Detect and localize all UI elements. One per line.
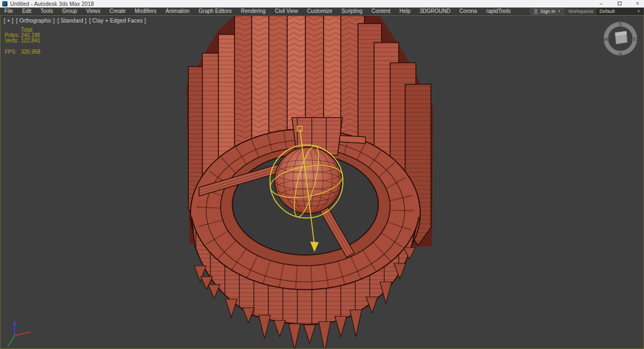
workspace-caret-icon: ▼ xyxy=(637,10,640,13)
menu-file[interactable]: File xyxy=(4,8,13,14)
compass-east[interactable]: E xyxy=(633,37,636,42)
menu-scripting[interactable]: Scripting xyxy=(341,8,362,14)
viewport-label: [ + ] [ Orthographic ] [ Standard ] [ Cl… xyxy=(4,18,147,24)
menu-content[interactable]: Content xyxy=(371,8,390,14)
menu-animation[interactable]: Animation xyxy=(166,8,189,14)
menu-corona[interactable]: Corona xyxy=(459,8,477,14)
menu-create[interactable]: Create xyxy=(109,8,126,14)
maximize-icon[interactable] xyxy=(616,0,623,8)
app-icon xyxy=(2,1,8,6)
viewcube[interactable]: S E N W xyxy=(601,19,640,59)
menu-help[interactable]: Help xyxy=(399,8,411,14)
viewport[interactable]: [ + ] [ Orthographic ] [ Standard ] [ Cl… xyxy=(0,15,644,349)
window-titlebar: Untitled - Autodesk 3ds Max 2018 – × xyxy=(0,0,644,8)
sign-in-caret-icon: ▼ xyxy=(558,10,561,13)
sign-in-button[interactable]: Sign In ▼ xyxy=(530,8,564,14)
workspace-dropdown[interactable]: Default ▼ xyxy=(597,8,643,14)
viewport-menu-general[interactable]: [ + ] xyxy=(4,18,13,24)
close-icon[interactable]: × xyxy=(634,0,641,8)
viewport-menu-style[interactable]: [ Standard ] xyxy=(57,18,86,24)
sign-in-label: Sign In xyxy=(540,9,555,14)
stats-fps-value: 326,958 xyxy=(21,49,40,55)
person-icon xyxy=(533,9,538,14)
menu-tools[interactable]: Tools xyxy=(40,8,53,14)
compass-south[interactable]: S xyxy=(619,21,622,27)
menu-3dground[interactable]: 3DGROUND xyxy=(420,8,450,14)
menu-customize[interactable]: Customize xyxy=(307,8,332,14)
menu-modifiers[interactable]: Modifiers xyxy=(135,8,157,14)
compass-north[interactable]: N xyxy=(619,52,623,57)
stats-verts-value: 122,841 xyxy=(21,38,40,43)
workspaces-label: Workspaces: xyxy=(568,9,595,14)
menu-graph-editors[interactable]: Graph Editors xyxy=(199,8,232,14)
compass-west[interactable]: W xyxy=(604,37,609,42)
viewport-menu-pov[interactable]: [ Orthographic ] xyxy=(16,18,55,24)
menu-rendering[interactable]: Rendering xyxy=(241,8,266,14)
menu-rapidtools[interactable]: rapidTools xyxy=(486,8,511,14)
viewport-menu-shading[interactable]: [ Clay + Edged Faces ] xyxy=(89,18,146,24)
scene-3d-model[interactable] xyxy=(1,16,643,348)
world-axis-tripod xyxy=(3,319,37,348)
menu-civil-view[interactable]: Civil View xyxy=(275,8,298,14)
minimize-icon[interactable]: – xyxy=(598,0,604,8)
stats-fps-label: FPS: xyxy=(5,49,21,55)
menu-bar: File Edit Tools Group Views Create Modif… xyxy=(0,8,644,15)
workspace-value: Default xyxy=(599,9,615,14)
statistics-overlay: Total Polys: 242,186 Verts: 122,841 FPS:… xyxy=(5,27,40,55)
window-title: Untitled - Autodesk 3ds Max 2018 xyxy=(10,1,94,7)
menu-edit[interactable]: Edit xyxy=(22,8,31,14)
stats-verts-label: Verts: xyxy=(5,38,21,43)
menu-group[interactable]: Group xyxy=(62,8,77,14)
menu-views[interactable]: Views xyxy=(86,8,101,14)
